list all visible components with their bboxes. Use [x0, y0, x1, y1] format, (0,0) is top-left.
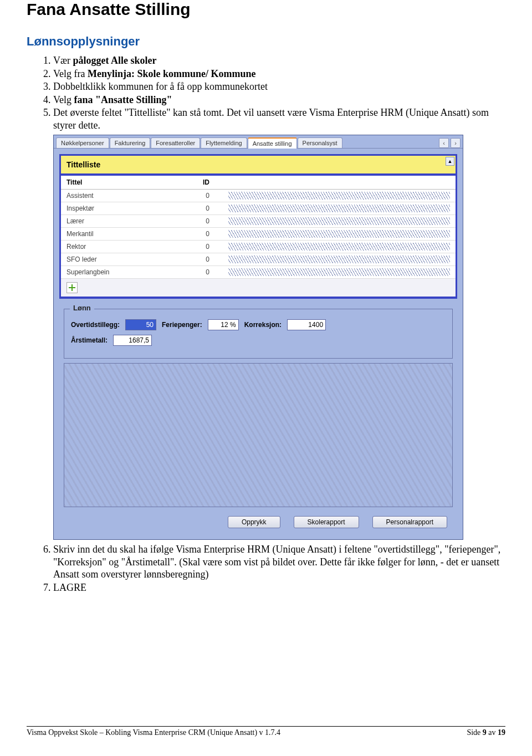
personalrapport-button[interactable]: Personalrapport: [372, 516, 447, 528]
tab-scroll-left-button[interactable]: ‹: [439, 138, 449, 148]
hatch-cell: [228, 256, 450, 263]
arstimetall-input[interactable]: [113, 335, 152, 346]
tab-flyttemelding[interactable]: Flyttemelding: [201, 137, 247, 148]
table-row[interactable]: Inspektør0: [61, 202, 456, 215]
tab-personalsyst[interactable]: Personalsyst: [298, 137, 342, 148]
step-2: Velg fra Menylinja: Skole kommune/ Kommu…: [53, 68, 505, 80]
opprykk-button[interactable]: Opprykk: [228, 516, 280, 528]
col-tittel: Tittel: [61, 176, 190, 190]
tittelliste-header: Tittelliste: [61, 156, 456, 176]
page-title: Fana Ansatte Stilling: [27, 0, 505, 19]
cell-tittel: Superlangbein: [61, 266, 190, 279]
cell-tittel: Inspektør: [61, 202, 190, 215]
app-screenshot: Nøkkelpersoner Fakturering Foresatteroll…: [53, 135, 463, 540]
table-row[interactable]: Superlangbein0: [61, 266, 456, 279]
scroll-up-button[interactable]: ▲: [446, 157, 454, 166]
hatch-cell: [228, 243, 450, 251]
table-row[interactable]: Lærer0: [61, 215, 456, 228]
table-row[interactable]: SFO leder0: [61, 253, 456, 266]
cell-id: 0: [190, 202, 223, 215]
step-4: Velg fana "Ansatte Stilling": [53, 94, 505, 106]
overtid-input[interactable]: [125, 319, 156, 330]
feriepenger-input[interactable]: [208, 319, 239, 330]
cell-id: 0: [190, 241, 223, 253]
col-id: ID: [190, 176, 223, 190]
instruction-list-b: Skriv inn det du skal ha ifølge Visma En…: [27, 543, 505, 594]
empty-hatch-area: [64, 363, 453, 507]
hatch-cell: [228, 230, 450, 238]
cell-id: 0: [190, 215, 223, 228]
table-row[interactable]: Merkantil0: [61, 228, 456, 241]
section-title: Lønnsopplysninger: [27, 34, 505, 49]
cell-tittel: Assistent: [61, 190, 190, 202]
tab-fakturering[interactable]: Fakturering: [110, 137, 151, 148]
tab-ansatte-stilling[interactable]: Ansatte stilling: [248, 137, 297, 149]
tittelliste-panel: ▲ Tittelliste Tittel ID Assistent0 Inspe…: [59, 154, 457, 299]
cell-tittel: Merkantil: [61, 228, 190, 241]
button-row: Opprykk Skolerapport Personalrapport: [59, 512, 457, 534]
tab-scroll-right-button[interactable]: ›: [451, 138, 461, 148]
korreksjon-label: Korreksjon:: [244, 321, 282, 329]
tab-strip: Nøkkelpersoner Fakturering Foresatteroll…: [54, 135, 463, 149]
step-6: Skriv inn det du skal ha ifølge Visma En…: [53, 543, 505, 581]
cell-id: 0: [190, 228, 223, 241]
step-7: LAGRE: [53, 581, 505, 594]
cell-tittel: Rektor: [61, 241, 190, 253]
cell-id: 0: [190, 266, 223, 279]
cell-id: 0: [190, 253, 223, 266]
footer-right: Side 9 av 19: [467, 728, 505, 737]
tittelliste-table: Tittel ID Assistent0 Inspektør0 Lærer0 M…: [61, 176, 456, 279]
instruction-list-a: Vær pålogget Alle skoler Velg fra Menyli…: [27, 54, 505, 131]
feriepenger-label: Feriepenger:: [162, 321, 202, 329]
hatch-cell: [228, 205, 450, 212]
arstimetall-label: Årstimetall:: [71, 336, 108, 344]
korreksjon-input[interactable]: [287, 319, 326, 330]
lonn-legend: Lønn: [70, 304, 94, 312]
hatch-cell: [228, 192, 450, 200]
table-row[interactable]: Rektor0: [61, 241, 456, 253]
lonn-group: Lønn Overtidstillegg: Feriepenger: Korre…: [64, 309, 453, 359]
add-icon[interactable]: [66, 282, 78, 293]
footer-left: Visma Oppvekst Skole – Kobling Visma Ent…: [27, 728, 280, 737]
cell-tittel: SFO leder: [61, 253, 190, 266]
overtid-label: Overtidstillegg:: [71, 321, 120, 329]
hatch-cell: [228, 268, 450, 276]
tab-nokkelpersoner[interactable]: Nøkkelpersoner: [56, 137, 109, 148]
step-1: Vær pålogget Alle skoler: [53, 54, 505, 67]
step-5: Det øverste feltet "Tittelliste" kan stå…: [53, 106, 505, 131]
table-row[interactable]: Assistent0: [61, 190, 456, 202]
skolerapport-button[interactable]: Skolerapport: [294, 516, 359, 528]
page-footer: Visma Oppvekst Skole – Kobling Visma Ent…: [27, 726, 505, 737]
add-row-area: [61, 279, 456, 297]
cell-id: 0: [190, 190, 223, 202]
cell-tittel: Lærer: [61, 215, 190, 228]
hatch-cell: [228, 217, 450, 225]
tab-foresatteroller[interactable]: Foresatteroller: [151, 137, 200, 148]
step-3: Dobbeltklikk kommunen for å få opp kommu…: [53, 80, 505, 93]
